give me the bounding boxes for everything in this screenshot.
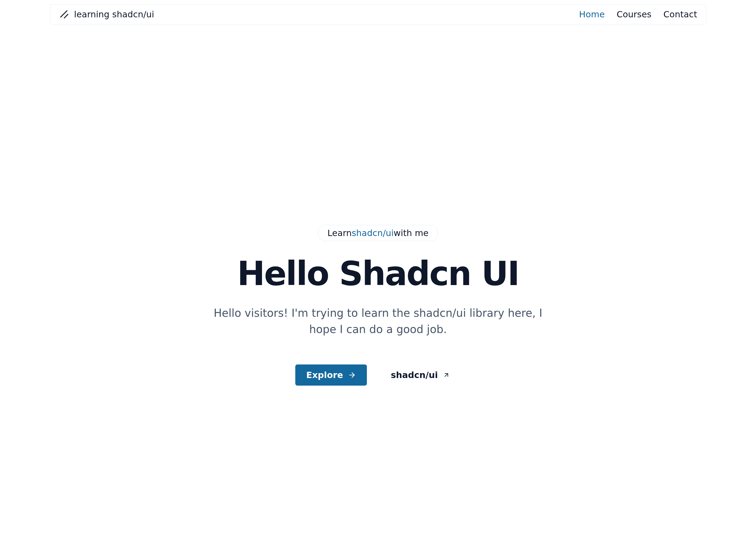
navbar: learning shadcn/ui Home Courses Contact [50,4,706,24]
explore-button[interactable]: Explore [295,364,367,385]
arrow-right-icon [348,371,356,379]
brand-label: learning shadcn/ui [74,9,154,19]
explore-button-label: Explore [306,370,343,380]
nav-link-home[interactable]: Home [579,9,605,19]
shadcn-link-button[interactable]: shadcn/ui [380,364,461,385]
slashes-icon [59,9,70,20]
hero-section: Learn shadcn/ui with me Hello Shadcn UI … [0,225,756,385]
hero-title: Hello Shadcn UI [237,254,519,293]
hero-description: Hello visitors! I'm trying to learn the … [206,305,550,337]
hero-badge: Learn shadcn/ui with me [318,225,438,241]
cta-row: Explore shadcn/ui [295,364,460,385]
brand[interactable]: learning shadcn/ui [59,9,154,20]
badge-suffix: with me [394,228,429,238]
badge-prefix: Learn [327,228,351,238]
svg-line-3 [445,374,448,377]
badge-link[interactable]: shadcn/ui [352,228,394,238]
nav-link-contact[interactable]: Contact [664,9,698,19]
nav-links: Home Courses Contact [579,9,697,19]
arrow-up-right-icon [443,372,450,379]
shadcn-link-label: shadcn/ui [391,370,438,380]
svg-line-1 [64,15,68,18]
nav-link-courses[interactable]: Courses [617,9,651,19]
